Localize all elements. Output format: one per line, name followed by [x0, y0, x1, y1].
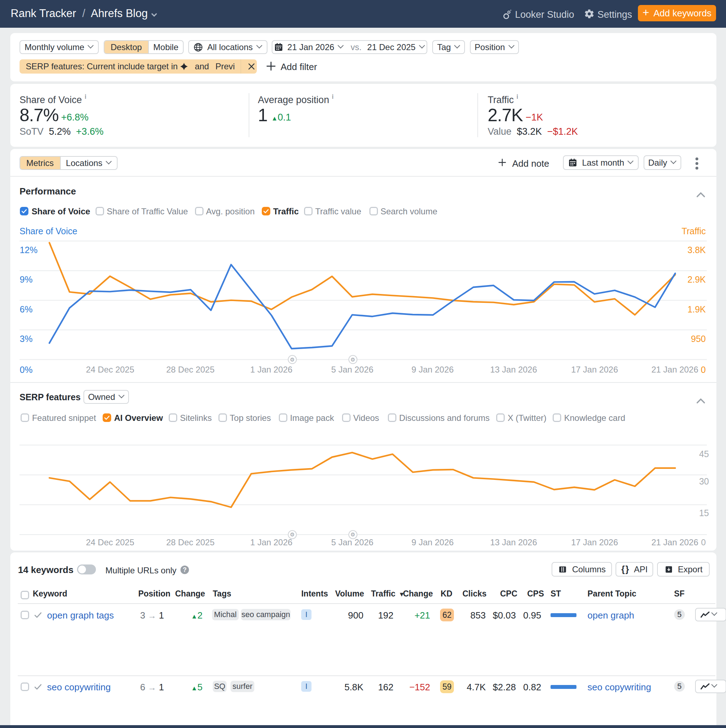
svg-text:⚙: ⚙: [351, 531, 355, 537]
svg-text:⚙: ⚙: [290, 356, 294, 362]
svg-text:⚙: ⚙: [351, 356, 355, 362]
svg-text:⚙: ⚙: [290, 531, 294, 537]
